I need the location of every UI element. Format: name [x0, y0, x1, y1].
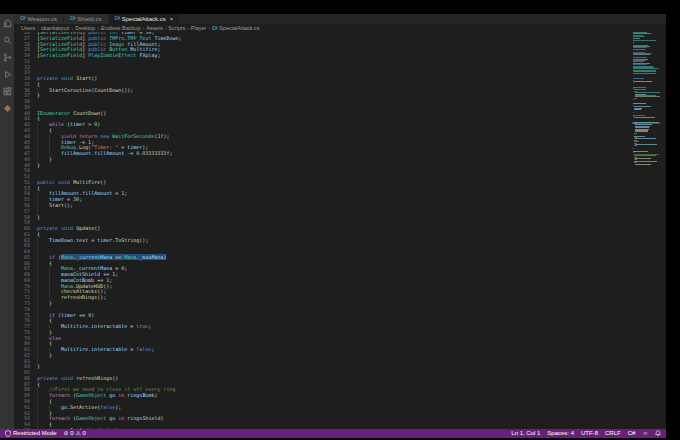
code-token: ; [79, 196, 82, 202]
code-token: StartCoroutine [49, 87, 91, 93]
warning-icon: ⚠ [76, 429, 81, 438]
code-token: GameObject [76, 392, 106, 398]
code-token: Multifire [61, 346, 88, 352]
tab-specialattack-cs[interactable]: C#SpecialAttack.cs× [109, 14, 181, 24]
minimap[interactable] [632, 32, 660, 429]
code-token: = [127, 346, 136, 352]
code-token: ) [97, 121, 100, 127]
code-token: () [100, 110, 106, 116]
breadcrumb-item[interactable]: Endless Backup [101, 25, 140, 31]
minimap-line [635, 158, 650, 159]
tab-bar: C#Weapon.csC#Shield.csC#SpecialAttack.cs… [14, 14, 666, 24]
code-token: (); [64, 202, 73, 208]
warning-count: 0 [83, 429, 86, 438]
activity-run-debug[interactable] [2, 69, 12, 79]
feedback-smiley-icon[interactable]: ☺ [642, 429, 648, 438]
code-editor[interactable]: 26[SerializeField] public int timer = 30… [14, 32, 666, 429]
code-lines: 26[SerializeField] public int timer = 30… [14, 32, 632, 429]
problems-item[interactable]: ⊘ 0 ⚠ 0 [64, 429, 86, 438]
code-token: false [136, 346, 151, 352]
minimap-line [633, 82, 634, 83]
minimap-line [633, 38, 640, 39]
code-token: private [37, 75, 58, 81]
code-token: _maxMana [139, 254, 163, 260]
code-token: private [37, 225, 58, 231]
minimap-line [633, 73, 656, 74]
code-token: { [37, 381, 40, 387]
code-token: = [127, 323, 136, 329]
code-token: ); [163, 133, 169, 139]
breadcrumb-item[interactable]: okankarpuz [41, 25, 69, 31]
code-token: 0.03333333f [136, 150, 169, 156]
tab-shield-cs[interactable]: C#Shield.cs [64, 14, 109, 24]
explorer-icon [3, 19, 12, 28]
csharp-file-icon: C# [115, 14, 120, 24]
activity-search[interactable] [2, 35, 12, 45]
code-token: { [37, 231, 40, 237]
code-token: SerializeField [40, 52, 82, 58]
code-token: GameObject [76, 415, 106, 421]
error-count: 0 [70, 429, 73, 438]
code-token: false [100, 404, 115, 410]
code-token: _currentMana [76, 254, 112, 260]
breadcrumb-separator: › [165, 25, 167, 31]
code-token: interactable [91, 323, 127, 329]
activity-source-control[interactable] [2, 52, 12, 62]
status-bar-right: Ln 1, Col 1Spaces: 4UTF-8CRLFC# ☺ [511, 429, 661, 438]
breadcrumb-item[interactable]: Desktop [75, 25, 95, 31]
code-token: { [49, 260, 52, 266]
minimap-line [633, 87, 646, 88]
breadcrumb-item[interactable]: SpecialAttack.cs [219, 25, 259, 31]
status-item[interactable]: Spaces: 4 [547, 429, 574, 438]
breadcrumb-item[interactable]: Users [21, 25, 35, 31]
code-token: fillAmount [61, 150, 91, 156]
code-token: ringsShield [127, 415, 160, 421]
code-token: { [49, 127, 52, 133]
notifications-bell-icon[interactable] [655, 430, 661, 437]
breadcrumb-item[interactable]: Scripts [168, 25, 185, 31]
code-token: { [49, 340, 52, 346]
activity-extensions[interactable] [2, 86, 12, 96]
code-token: fillAmount [94, 150, 124, 156]
code-token: (); [139, 237, 148, 243]
code-token: ToString [115, 237, 139, 243]
breadcrumb-item[interactable]: Player [191, 25, 207, 31]
minimap-line [634, 133, 637, 134]
restricted-mode-item[interactable]: Restricted Mode [5, 429, 57, 438]
minimap-line [634, 155, 656, 156]
tab-label: Weapon.cs [27, 14, 57, 24]
code-token: } [49, 156, 52, 162]
code-token: WaitForSeconds [112, 133, 154, 139]
code-token: IEnumerator [37, 110, 70, 116]
activity-explorer[interactable] [2, 18, 12, 28]
status-item[interactable]: UTF-8 [581, 429, 598, 438]
breadcrumb-item[interactable]: Assets [146, 25, 163, 31]
tab-close-icon[interactable]: × [170, 16, 174, 22]
code-token: TimeDown [49, 237, 73, 243]
restricted-mode-label: Restricted Mode [13, 429, 57, 438]
status-item[interactable]: CRLF [605, 429, 621, 438]
code-token: void [58, 179, 70, 185]
breadcrumb-separator: › [71, 25, 73, 31]
code-token: { [49, 317, 52, 323]
code-token: void [61, 225, 73, 231]
code-token: () [91, 75, 97, 81]
tab-label: Shield.cs [77, 14, 101, 24]
code-token: ; [179, 35, 182, 41]
error-icon: ⊘ [64, 429, 69, 438]
minimap-line [633, 148, 634, 149]
code-token: FXplay [139, 52, 157, 58]
minimap-line [633, 49, 646, 50]
vscode-window: C#Weapon.csC#Shield.csC#SpecialAttack.cs… [0, 14, 666, 438]
breadcrumb-separator: › [187, 25, 189, 31]
code-token: } [49, 352, 52, 358]
status-item[interactable]: C# [628, 429, 636, 438]
code-token: ) [163, 254, 166, 260]
code-token: timer [97, 237, 112, 243]
code-token: -= [124, 150, 136, 156]
minimap-line [635, 138, 656, 139]
activity-custom-extension[interactable] [2, 103, 12, 113]
status-item[interactable]: Ln 1, Col 1 [511, 429, 540, 438]
code-token: foreach [49, 415, 70, 421]
tab-weapon-cs[interactable]: C#Weapon.cs [14, 14, 64, 24]
